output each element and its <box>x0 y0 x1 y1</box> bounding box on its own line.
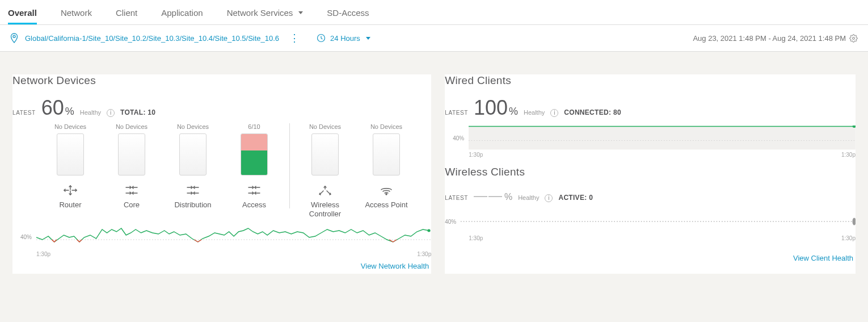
time-range-selector[interactable]: 24 Hours <box>317 34 370 43</box>
wireless-clients-section: Wireless Clients LATEST ——% Healthy i AC… <box>445 166 856 241</box>
device-router[interactable]: No Devices Router <box>40 123 101 219</box>
view-network-health-link[interactable]: View Network Health <box>361 262 429 270</box>
wireless-title: Wireless Clients <box>445 166 856 178</box>
device-wlc[interactable]: No Devices Wireless Controller <box>294 123 356 219</box>
network-health-percent: 60% <box>41 96 74 120</box>
bar-core <box>118 133 145 175</box>
wired-title: Wired Clients <box>445 74 856 87</box>
wireless-controller-icon <box>317 183 334 197</box>
view-client-health-link[interactable]: View Client Health <box>793 254 853 262</box>
bar-wlc <box>311 133 339 175</box>
svg-rect-6 <box>469 127 856 150</box>
distribution-icon <box>184 183 201 197</box>
info-icon[interactable]: i <box>107 109 115 117</box>
panel-network-devices: Network Devices LATEST 60% Healthy i TOT… <box>12 74 431 274</box>
tab-network-services[interactable]: Network Services <box>227 0 304 24</box>
location-breadcrumb[interactable]: Global/California-1/Site_10/Site_10.2/Si… <box>25 34 279 43</box>
wired-sparkline <box>469 126 856 150</box>
wireless-sparkline-row: 40% <box>445 209 856 234</box>
wired-percent: 100% <box>474 96 518 120</box>
wired-clients-section: Wired Clients LATEST 100% Healthy i CONN… <box>445 74 856 158</box>
wired-connected: CONNECTED: 80 <box>564 108 621 116</box>
network-sparkline <box>36 225 431 250</box>
core-icon <box>123 183 140 197</box>
tab-application[interactable]: Application <box>161 0 203 24</box>
device-category-row: No Devices Router No Devices <box>40 123 431 219</box>
latest-label: LATEST <box>12 110 36 116</box>
clock-icon <box>317 34 326 43</box>
spark-y-label: 40% <box>12 234 32 240</box>
top-tabs: Overall Network Client Application Netwo… <box>0 0 868 25</box>
wireless-latest-row: LATEST ——% Healthy i ACTIVE: 0 <box>445 187 856 203</box>
dashboard-panels: Network Devices LATEST 60% Healthy i TOT… <box>0 52 868 279</box>
subheader-right: Aug 23, 2021 1:48 PM - Aug 24, 2021 1:48… <box>693 34 858 43</box>
time-range-label: 24 Hours <box>330 34 360 43</box>
gear-icon[interactable] <box>849 34 858 43</box>
tab-network[interactable]: Network <box>61 0 92 24</box>
access-point-icon <box>378 183 395 197</box>
svg-point-2 <box>853 37 855 39</box>
access-icon <box>246 183 263 197</box>
panel-clients: Wired Clients LATEST 100% Healthy i CONN… <box>445 74 856 274</box>
router-icon <box>62 183 79 197</box>
svg-point-5 <box>427 229 430 232</box>
subheader: Global/California-1/Site_10/Site_10.2/Si… <box>0 25 868 52</box>
chevron-down-icon <box>366 37 370 40</box>
wired-latest-row: LATEST 100% Healthy i CONNECTED: 80 <box>445 96 856 120</box>
device-access[interactable]: 6/10 Access <box>224 123 285 219</box>
total-devices: TOTAL: 10 <box>120 108 155 116</box>
wired-time-axis: 1:30p 1:30p <box>445 150 856 158</box>
bar-distribution <box>179 133 207 175</box>
tab-network-services-label: Network Services <box>227 8 293 18</box>
network-latest-row: LATEST 60% Healthy i TOTAL: 10 <box>12 96 431 120</box>
device-divider <box>289 123 290 208</box>
bar-access <box>241 133 268 175</box>
location-pin-icon <box>10 33 18 43</box>
bar-ap <box>373 133 400 175</box>
info-icon[interactable]: i <box>545 194 553 202</box>
wireless-sparkline <box>461 209 856 234</box>
chevron-down-icon <box>298 11 303 14</box>
device-distribution[interactable]: No Devices Distribution <box>162 123 224 219</box>
svg-point-0 <box>13 35 15 37</box>
subheader-left: Global/California-1/Site_10/Site_10.2/Si… <box>10 33 370 43</box>
svg-point-11 <box>853 218 856 225</box>
bar-router <box>57 133 84 175</box>
tab-overall[interactable]: Overall <box>8 0 37 24</box>
time-range-text: Aug 23, 2021 1:48 PM - Aug 24, 2021 1:48… <box>693 34 846 43</box>
panel-title: Network Devices <box>12 74 431 87</box>
device-ap[interactable]: No Devices Access Point <box>356 123 417 219</box>
tab-client[interactable]: Client <box>116 0 137 24</box>
network-sparkline-row: 40% <box>12 225 431 250</box>
wireless-active: ACTIVE: 0 <box>558 194 593 202</box>
device-core[interactable]: No Devices Core <box>101 123 162 219</box>
wireless-time-axis: 1:30p 1:30p <box>445 234 856 241</box>
tab-sd-access[interactable]: SD-Access <box>327 0 369 24</box>
info-icon[interactable]: i <box>550 109 558 117</box>
svg-point-3 <box>386 194 387 195</box>
network-time-axis: 1:30p 1:30p <box>12 250 431 257</box>
wired-sparkline-row: 40% <box>445 126 856 150</box>
wireless-percent: ——% <box>474 187 512 203</box>
healthy-label: Healthy <box>80 109 101 116</box>
